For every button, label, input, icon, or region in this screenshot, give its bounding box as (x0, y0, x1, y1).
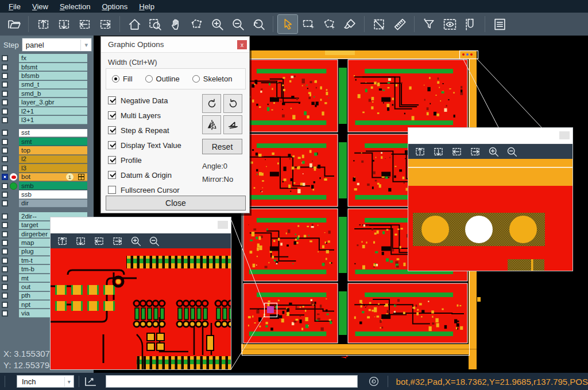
layer-row-bot[interactable]: bot1 (0, 173, 94, 181)
layer-checkbox[interactable] (2, 248, 8, 255)
layer-checkbox[interactable] (2, 108, 8, 115)
layer-row-bfsmb[interactable]: bfsmb (0, 72, 94, 80)
checkbox-multi-layers[interactable]: Multi Layers (108, 108, 181, 123)
layer-row-l2[interactable]: l2 (0, 155, 94, 163)
layer-row-dir[interactable]: dir (0, 199, 94, 208)
pan-right-icon[interactable] (109, 234, 126, 248)
layer-name[interactable]: map (19, 239, 50, 247)
layer-name[interactable]: l3 (19, 164, 87, 172)
pan-left-icon[interactable] (448, 145, 465, 158)
layer-name[interactable]: smb (19, 182, 87, 190)
menu-view[interactable]: View (27, 1, 53, 12)
layer-checkbox[interactable] (2, 99, 8, 106)
open-file-icon[interactable] (4, 15, 24, 33)
layer-name[interactable]: tm-t (19, 256, 50, 264)
layer-checkbox[interactable] (2, 147, 8, 154)
pan-up-icon[interactable] (33, 15, 53, 33)
layer-name[interactable]: bfsmt (19, 63, 87, 71)
magnifier-window-top-right[interactable] (408, 127, 573, 271)
rotate-ccw-icon[interactable] (223, 94, 242, 113)
layer-checkbox[interactable] (2, 73, 8, 79)
mirror-horizontal-icon[interactable] (202, 115, 221, 134)
close-button[interactable]: Close (106, 196, 246, 210)
layer-name[interactable]: pth (19, 292, 50, 300)
layer-checkbox[interactable] (2, 156, 8, 162)
layer-checkbox[interactable] (2, 174, 8, 180)
layer-checkbox[interactable] (2, 192, 8, 198)
layer-checkbox[interactable] (2, 275, 8, 282)
magnifier-title-bar[interactable] (408, 128, 572, 144)
layer-row-sst[interactable]: sst (0, 128, 94, 137)
layer-checkbox[interactable] (2, 183, 8, 189)
layer-checkbox[interactable] (2, 81, 8, 88)
zoom-window-icon[interactable] (145, 15, 165, 33)
checkbox-step-repeat[interactable]: Step & Repeat (108, 123, 181, 138)
radio-fill[interactable]: Fill (112, 75, 133, 83)
menu-file[interactable]: File (3, 1, 26, 12)
pan-up-icon[interactable] (411, 145, 428, 158)
measure-ruler-icon[interactable] (390, 15, 409, 33)
layer-name[interactable]: out (19, 283, 50, 291)
magnifier-window-bottom-left[interactable] (50, 217, 231, 370)
layer-row-layer_3.gbr[interactable]: layer_3.gbr (0, 98, 94, 107)
unit-select[interactable]: Inch ▾ (17, 375, 74, 388)
layer-name[interactable]: mt (19, 274, 50, 282)
pan-right-icon[interactable] (95, 15, 115, 33)
checkbox-datum-origin[interactable]: Datum & Origin (108, 167, 181, 182)
layer-name[interactable]: layer_3.gbr (19, 98, 87, 106)
pan-hand-icon[interactable] (166, 15, 185, 33)
layer-checkbox[interactable] (2, 139, 8, 145)
zoom-in-icon[interactable] (207, 15, 227, 33)
select-polygon-icon[interactable] (319, 15, 339, 33)
pan-up-icon[interactable] (53, 234, 71, 248)
layer-checkbox[interactable] (2, 231, 8, 237)
layer-name[interactable]: ssb (19, 190, 87, 198)
select-rect-icon[interactable] (299, 15, 318, 33)
pan-right-icon[interactable] (466, 145, 483, 158)
command-input[interactable] (106, 375, 358, 388)
layer-name[interactable]: fx (19, 54, 87, 62)
radio-skeleton[interactable]: Skeleton (192, 75, 233, 83)
layer-row-smd_b[interactable]: smd_b (0, 89, 94, 98)
pan-down-icon[interactable] (430, 145, 447, 158)
layer-checkbox[interactable] (2, 91, 8, 97)
layer-checkbox[interactable] (2, 130, 8, 136)
layer-checkbox[interactable] (2, 200, 8, 206)
layer-row-smt[interactable]: smt (0, 138, 94, 146)
layer-checkbox[interactable] (2, 292, 8, 299)
snap-icon[interactable] (461, 15, 480, 33)
layer-row-top[interactable]: top (0, 146, 94, 155)
measure-distance-icon[interactable] (369, 15, 389, 33)
rotate-cw-icon[interactable] (202, 94, 221, 113)
layer-row-bfsmt[interactable]: bfsmt (0, 63, 94, 71)
checkbox-display-text-value[interactable]: Display Text Value (108, 138, 181, 153)
layer-row-l3+1[interactable]: l3+1 (0, 116, 94, 124)
layer-name[interactable]: via (19, 309, 50, 317)
menu-options[interactable]: Options (96, 1, 133, 12)
magnifier-view[interactable] (408, 159, 572, 271)
layer-name[interactable]: bot1 (19, 173, 87, 181)
menu-selection[interactable]: Selection (55, 1, 95, 12)
layer-name[interactable]: smd_t (19, 81, 87, 89)
layer-checkbox[interactable] (2, 213, 8, 220)
layer-name[interactable]: dir (19, 200, 87, 208)
layer-name[interactable]: dirgerber (19, 230, 50, 238)
layer-checkbox[interactable] (2, 302, 8, 308)
layer-name[interactable]: smt (19, 138, 87, 146)
dialog-title[interactable]: Graphic Options (101, 37, 249, 53)
zoom-out-icon[interactable] (145, 234, 163, 248)
layer-checkbox[interactable] (2, 266, 8, 272)
layer-name[interactable]: bfsmb (19, 72, 87, 80)
layer-checkbox[interactable] (2, 258, 8, 264)
mirror-skew-icon[interactable] (223, 115, 242, 134)
reset-button[interactable]: Reset (202, 139, 242, 154)
menu-help[interactable]: Help (134, 1, 160, 12)
close-icon[interactable]: x (237, 40, 247, 49)
layer-checkbox[interactable] (2, 284, 8, 290)
magnifier-title-bar[interactable] (51, 217, 231, 233)
layer-name[interactable]: tm-b (19, 265, 50, 273)
layer-name[interactable]: l2+1 (19, 107, 87, 115)
layer-checkbox[interactable] (2, 310, 8, 317)
layer-name[interactable]: l3+1 (19, 116, 87, 124)
layer-row-smd_t[interactable]: smd_t (0, 80, 94, 89)
